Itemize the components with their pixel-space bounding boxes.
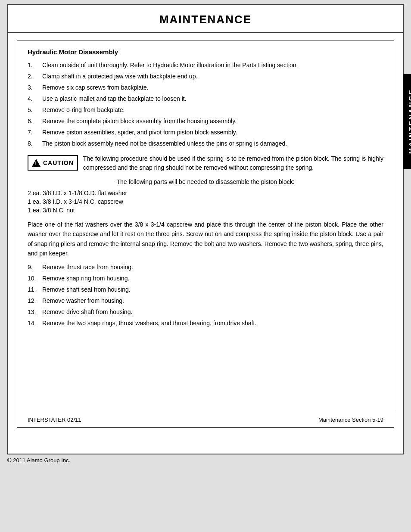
list-number: 9. xyxy=(28,263,42,272)
list-item: 3.Remove six cap screws from backplate. xyxy=(28,83,383,92)
list-number: 5. xyxy=(28,106,42,115)
list-item: 1.Clean outside of unit thoroughly. Refe… xyxy=(28,61,383,70)
list-number: 13. xyxy=(28,308,42,317)
section-heading: Hydraulic Motor Disassembly xyxy=(28,48,383,56)
list-number: 4. xyxy=(28,94,42,103)
list-text: Remove shaft seal from housing. xyxy=(42,285,383,294)
numbered-list-1: 1.Clean outside of unit thoroughly. Refe… xyxy=(28,61,383,148)
list-item: 12.Remove washer from housing. xyxy=(28,296,383,305)
list-number: 1. xyxy=(28,61,42,70)
parts-list: 2 ea. 3/8 I.D. x 1-1/8 O.D. flat washer1… xyxy=(28,190,383,214)
list-item: 8.The piston block assembly need not be … xyxy=(28,139,383,148)
list-item: 13.Remove drive shaft from housing. xyxy=(28,308,383,317)
copyright-text: © 2011 Alamo Group Inc. xyxy=(7,457,70,464)
list-text: Clean outside of unit thoroughly. Refer … xyxy=(42,61,383,70)
part-item: 1 ea. 3/8 N.C. nut xyxy=(28,207,383,214)
list-text: Remove drive shaft from housing. xyxy=(42,308,383,317)
list-item: 9.Remove thrust race from housing. xyxy=(28,263,383,272)
list-number: 7. xyxy=(28,128,42,137)
list-text: Remove the complete piston block assembl… xyxy=(42,117,383,126)
page-title: MAINTENANCE xyxy=(8,5,403,33)
main-paragraph: Place one of the flat washers over the 3… xyxy=(28,220,383,258)
list-item: 2.Clamp shaft in a protected jaw vise wi… xyxy=(28,72,383,81)
list-text: Remove piston assemblies, spider, and pi… xyxy=(42,128,383,137)
list-item: 14.Remove the two snap rings, thrust was… xyxy=(28,319,383,328)
list-text: Remove washer from housing. xyxy=(42,296,383,305)
footer-right: Maintenance Section 5-19 xyxy=(318,417,383,423)
list-text: Remove o-ring from backplate. xyxy=(42,106,383,115)
list-number: 12. xyxy=(28,296,42,305)
parts-needed-heading: The following parts will be needed to di… xyxy=(28,178,383,185)
list-text: Remove six cap screws from backplate. xyxy=(42,83,383,92)
list-number: 11. xyxy=(28,285,42,294)
list-number: 14. xyxy=(28,319,42,328)
caution-triangle-icon xyxy=(32,159,40,167)
numbered-list-2: 9.Remove thrust race from housing.10.Rem… xyxy=(28,263,383,328)
list-number: 10. xyxy=(28,274,42,283)
list-item: 7.Remove piston assemblies, spider, and … xyxy=(28,128,383,137)
part-item: 1 ea. 3/8 I.D. x 3-1/4 N.C. capscrew xyxy=(28,198,383,205)
list-number: 8. xyxy=(28,139,42,148)
list-text: Remove the two snap rings, thrust washer… xyxy=(42,319,383,328)
list-item: 11.Remove shaft seal from housing. xyxy=(28,285,383,294)
list-item: 10.Remove snap ring from housing. xyxy=(28,274,383,283)
caution-badge: CAUTION xyxy=(28,155,78,171)
list-item: 4.Use a plastic mallet and tap the backp… xyxy=(28,94,383,103)
list-number: 2. xyxy=(28,72,42,81)
list-text: Clamp shaft in a protected jaw vise with… xyxy=(42,72,383,81)
side-tab: MAINTENANCE xyxy=(403,74,411,169)
caution-block: CAUTION The following procedure should b… xyxy=(28,154,383,172)
page-wrapper: MAINTENANCE MAINTENANCE Hydraulic Motor … xyxy=(7,4,404,454)
copyright-bar: © 2011 Alamo Group Inc. xyxy=(7,454,404,464)
list-text: Remove thrust race from housing. xyxy=(42,263,383,272)
caution-text: The following procedure should be used i… xyxy=(83,154,383,172)
content-area: Hydraulic Motor Disassembly 1.Clean outs… xyxy=(17,40,394,428)
footer-left: INTERSTATER 02/11 xyxy=(28,417,81,423)
list-text: Use a plastic mallet and tap the backpla… xyxy=(42,94,383,103)
list-number: 3. xyxy=(28,83,42,92)
list-text: Remove snap ring from housing. xyxy=(42,274,383,283)
list-item: 5.Remove o-ring from backplate. xyxy=(28,106,383,115)
part-item: 2 ea. 3/8 I.D. x 1-1/8 O.D. flat washer xyxy=(28,190,383,196)
list-item: 6.Remove the complete piston block assem… xyxy=(28,117,383,126)
caution-label: CAUTION xyxy=(43,159,74,166)
list-number: 6. xyxy=(28,117,42,126)
page-footer: INTERSTATER 02/11 Maintenance Section 5-… xyxy=(17,412,394,427)
list-text: The piston block assembly need not be di… xyxy=(42,139,383,148)
side-tab-label: MAINTENANCE xyxy=(408,89,411,154)
